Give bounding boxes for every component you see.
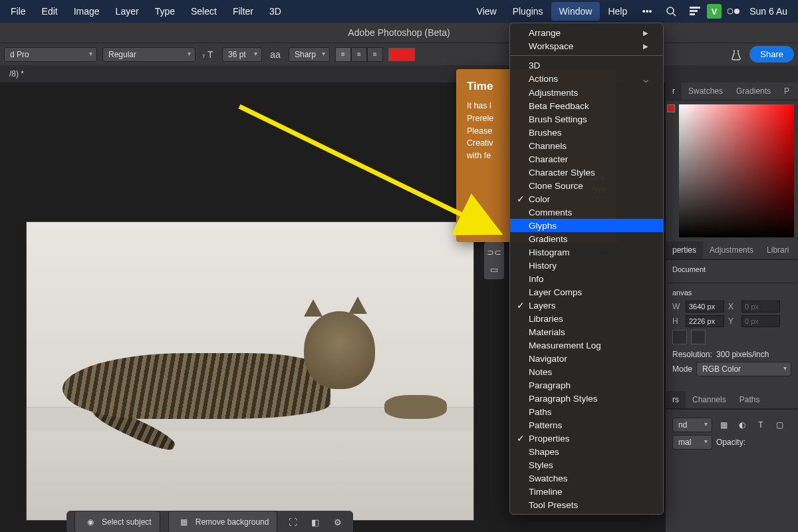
- layer-filter-dropdown[interactable]: nd: [672, 418, 712, 432]
- window-menu-item[interactable]: Comments: [510, 205, 663, 219]
- menu-help[interactable]: Help: [600, 2, 635, 21]
- blend-mode-dropdown[interactable]: mal: [672, 435, 712, 450]
- window-menu-item[interactable]: Styles: [510, 458, 663, 471]
- window-menu-item[interactable]: Histogram: [510, 245, 663, 259]
- align-left-button[interactable]: ≡: [335, 47, 351, 62]
- font-family-dropdown[interactable]: d Pro: [4, 47, 97, 62]
- window-menu-item[interactable]: Brush Settings: [510, 112, 663, 126]
- v-badge-icon[interactable]: V: [707, 4, 722, 19]
- window-menu-item[interactable]: Beta Feedback: [510, 99, 663, 112]
- window-menu-item[interactable]: Info: [510, 272, 663, 285]
- document-tab[interactable]: /8) *: [3, 66, 31, 81]
- window-menu-item[interactable]: History: [510, 259, 663, 272]
- tab-adjustments[interactable]: Adjustments: [703, 241, 760, 259]
- magnet-tool-icon[interactable]: ⊃⊂: [487, 245, 501, 259]
- menu-lines-icon[interactable]: [687, 3, 703, 19]
- menu-edit[interactable]: Edit: [34, 2, 66, 21]
- window-menu-item[interactable]: Layer Comps: [510, 285, 663, 299]
- font-size-dropdown[interactable]: 36 pt: [222, 47, 262, 62]
- window-menu-item[interactable]: Arrange▶: [510, 26, 663, 39]
- search-icon[interactable]: [663, 3, 679, 19]
- adjust-icon[interactable]: ⚙: [331, 515, 345, 529]
- window-menu-item[interactable]: Notes: [510, 365, 663, 378]
- y-input[interactable]: [741, 315, 780, 327]
- menu-window[interactable]: Window: [551, 2, 600, 21]
- window-menu-item[interactable]: ✓Properties: [510, 432, 663, 445]
- tab-properties[interactable]: perties: [666, 241, 703, 259]
- window-menu-item[interactable]: Paragraph Styles: [510, 392, 663, 405]
- tab-layers[interactable]: rs: [666, 391, 686, 408]
- share-button[interactable]: Share: [749, 46, 794, 63]
- font-style-dropdown[interactable]: Regular: [102, 47, 196, 62]
- tab-libraries[interactable]: Librari: [760, 241, 795, 259]
- document-canvas[interactable]: [27, 222, 473, 520]
- window-menu-item[interactable]: 3D: [510, 59, 663, 72]
- window-menu-item[interactable]: Brushes: [510, 126, 663, 139]
- align-center-button[interactable]: ≡: [351, 47, 367, 62]
- window-menu-item[interactable]: Swatches: [510, 471, 663, 485]
- window-menu-item[interactable]: Gradients: [510, 232, 663, 245]
- tab-channels[interactable]: Channels: [686, 391, 733, 408]
- orientation-portrait-button[interactable]: [672, 330, 687, 344]
- menu-type[interactable]: Type: [147, 2, 183, 21]
- window-menu-item[interactable]: Shapes: [510, 445, 663, 458]
- window-menu-item[interactable]: Timeline: [510, 485, 663, 498]
- window-menu-item[interactable]: Paths: [510, 405, 663, 418]
- tab-swatches[interactable]: Swatches: [682, 82, 730, 100]
- menubar-date[interactable]: Sun 6 Au: [745, 2, 795, 21]
- window-menu-item[interactable]: ✓Layers: [510, 299, 663, 312]
- color-picker[interactable]: [679, 104, 794, 237]
- filter-shape-icon[interactable]: ▢: [772, 418, 787, 432]
- orientation-landscape-button[interactable]: [691, 330, 706, 344]
- filter-type-icon[interactable]: T: [753, 418, 768, 432]
- mode-dropdown[interactable]: RGB Color: [696, 362, 791, 376]
- window-menu-item[interactable]: Paragraph: [510, 378, 663, 392]
- remove-background-button[interactable]: ▦ Remove background: [168, 511, 278, 532]
- window-menu-item[interactable]: Navigator: [510, 352, 663, 365]
- height-input[interactable]: [686, 315, 724, 327]
- menu-filter[interactable]: Filter: [225, 2, 261, 21]
- tab-color[interactable]: r: [666, 82, 682, 100]
- select-subject-button[interactable]: ◉ Select subject: [74, 511, 160, 532]
- window-menu-item[interactable]: Channels: [510, 139, 663, 152]
- window-menu-item[interactable]: Clone Source: [510, 179, 663, 192]
- tab-patterns[interactable]: P: [777, 82, 796, 100]
- menu-select[interactable]: Select: [183, 2, 225, 21]
- beaker-icon[interactable]: [728, 47, 744, 63]
- menu-layer[interactable]: Layer: [108, 2, 147, 21]
- svg-line-1: [673, 13, 676, 16]
- more-icon[interactable]: •••: [639, 3, 655, 19]
- window-menu-item[interactable]: Tool Presets: [510, 498, 663, 511]
- tab-gradients[interactable]: Gradients: [730, 82, 777, 100]
- comment-tool-icon[interactable]: ▭: [487, 262, 501, 277]
- window-menu-item[interactable]: Libraries: [510, 312, 663, 325]
- menu-view[interactable]: View: [469, 2, 505, 21]
- menu-file[interactable]: File: [3, 2, 34, 21]
- control-center-icon[interactable]: [726, 3, 741, 19]
- window-menu-item[interactable]: Materials: [510, 325, 663, 338]
- window-menu-item[interactable]: Measurement Log: [510, 338, 663, 352]
- x-input[interactable]: [741, 301, 780, 313]
- menu-plugins[interactable]: Plugins: [505, 2, 551, 21]
- width-input[interactable]: [686, 301, 724, 313]
- antialias-dropdown[interactable]: Sharp: [289, 47, 330, 62]
- align-right-button[interactable]: ≡: [367, 47, 383, 62]
- filter-adjust-icon[interactable]: ◐: [735, 418, 749, 432]
- fg-color-swatch[interactable]: [667, 104, 675, 112]
- window-menu-item[interactable]: Patterns: [510, 418, 663, 432]
- window-menu-item[interactable]: Character Styles: [510, 166, 663, 179]
- menu-image[interactable]: Image: [66, 2, 108, 21]
- window-menu-item[interactable]: Character: [510, 152, 663, 166]
- window-menu-item[interactable]: Workspace▶: [510, 39, 663, 53]
- tab-paths[interactable]: Paths: [733, 391, 767, 408]
- transform-icon[interactable]: ⛶: [285, 515, 300, 529]
- menu-3d[interactable]: 3D: [261, 2, 289, 21]
- image-content: [63, 353, 331, 419]
- flip-icon[interactable]: ◧: [308, 515, 323, 529]
- window-menu-item[interactable]: Glyphs: [510, 219, 663, 232]
- text-color-swatch[interactable]: [388, 48, 415, 61]
- filter-image-icon[interactable]: ▦: [716, 418, 731, 432]
- window-menu-item[interactable]: Adjustments: [510, 86, 663, 99]
- window-menu-item[interactable]: ✓Color: [510, 192, 663, 205]
- window-menu-item[interactable]: Actions⌵: [510, 72, 663, 86]
